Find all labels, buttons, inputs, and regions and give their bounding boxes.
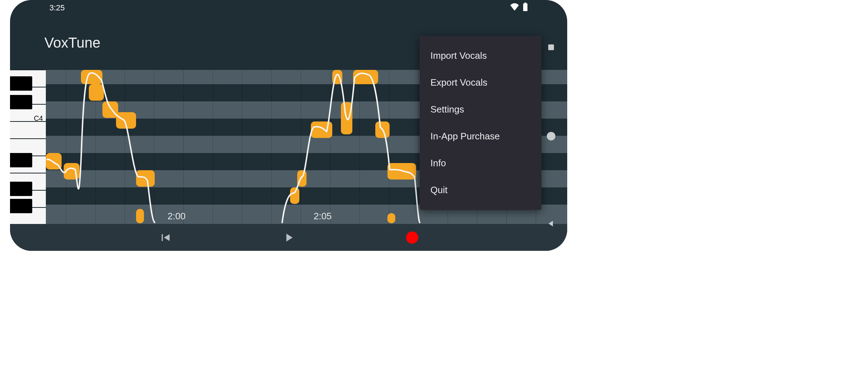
note-clip[interactable] [311,121,332,138]
nav-recent-button[interactable] [547,43,555,53]
nav-back-button[interactable] [547,219,555,229]
note-clip[interactable] [341,102,352,134]
note-clip[interactable] [332,70,342,84]
time-label: 2:00 [168,211,186,222]
note-clip[interactable] [136,170,155,187]
nav-home-button[interactable] [547,132,555,140]
rewind-button[interactable] [156,228,174,247]
svg-rect-0 [523,3,527,11]
note-clip[interactable] [297,170,307,187]
note-clip[interactable] [387,213,395,223]
piano-black-key[interactable] [10,95,32,109]
menu-export-vocals[interactable]: Export Vocals [420,69,541,96]
system-nav [542,43,560,229]
app-window: 3:25 VoxTune [10,0,567,251]
note-clip[interactable] [46,153,62,169]
transport-bar [10,224,567,251]
svg-rect-2 [548,44,554,50]
battery-icon [523,3,528,13]
time-label: 2:05 [314,211,332,222]
app-title: VoxTune [44,35,100,51]
piano-black-key[interactable] [10,182,32,196]
note-clip[interactable] [375,121,390,138]
piano-key-label: C4 [34,114,43,123]
note-clip[interactable] [81,70,102,84]
piano-black-key[interactable] [10,76,32,91]
menu-in-app-purchase[interactable]: In-App Purchase [420,123,541,150]
menu-info[interactable]: Info [420,150,541,177]
piano-black-key[interactable] [10,153,32,167]
note-clip[interactable] [64,163,79,180]
piano-keyboard[interactable]: C4 [10,70,46,224]
status-time: 3:25 [49,3,65,13]
record-button[interactable] [403,228,421,247]
note-clip[interactable] [89,84,104,101]
note-clip[interactable] [353,70,378,84]
menu-settings[interactable]: Settings [420,96,541,123]
menu-import-vocals[interactable]: Import Vocals [420,42,541,69]
menu-quit[interactable]: Quit [420,177,541,204]
overflow-menu: Import Vocals Export Vocals Settings In-… [420,36,541,210]
wifi-icon [510,3,519,13]
note-clip[interactable] [387,163,416,180]
piano-black-key[interactable] [10,199,32,213]
note-clip[interactable] [136,209,144,223]
record-icon [406,231,418,244]
play-button[interactable] [279,228,298,247]
note-clip[interactable] [116,112,136,129]
svg-rect-1 [525,3,526,4]
note-clip[interactable] [290,187,299,204]
status-bar: 3:25 [10,0,567,16]
